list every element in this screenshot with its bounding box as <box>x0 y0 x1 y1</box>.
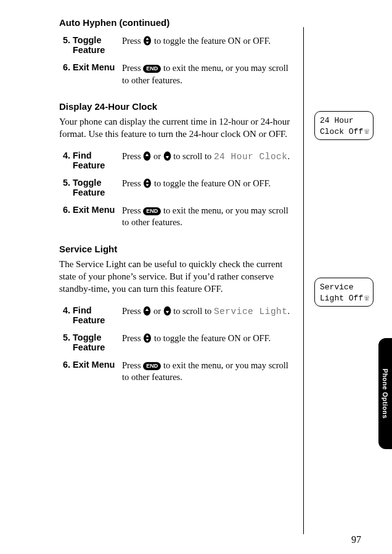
phone-screen-clock: 24 Hour Clock Off ☏ <box>314 111 374 140</box>
step-number: 6. <box>59 356 73 387</box>
end-key-icon: END <box>143 207 161 215</box>
step-number: 5. <box>59 174 73 201</box>
text: Press <box>122 360 143 370</box>
phone-screen-line: Clock Off ☏ <box>320 126 369 138</box>
step-label: Exit Menu <box>73 356 122 387</box>
phone-screen-line: 24 Hour <box>320 115 369 126</box>
step-label: Toggle Feature <box>73 174 122 201</box>
steps-table-service: 4. Find Feature Press or to scroll to Se… <box>59 302 300 387</box>
step-desc: Press to toggle the feature ON or OFF. <box>122 174 300 201</box>
end-key-icon: END <box>143 362 161 370</box>
phone-screen-line: Light Off ☏ <box>320 293 369 304</box>
text: to toggle the feature ON or OFF. <box>152 36 271 46</box>
svg-point-0 <box>144 36 151 46</box>
step-desc: Press END to exit the menu, or you may s… <box>122 59 300 90</box>
step-desc: Press END to exit the menu, or you may s… <box>122 201 300 233</box>
step-label: Exit Menu <box>73 201 122 233</box>
phone-screen-service: Service Light Off ☏ <box>314 278 374 307</box>
down-key-icon <box>163 306 171 320</box>
text: Press <box>122 63 143 73</box>
text: Press <box>122 205 143 215</box>
step-row: 6. Exit Menu Press END to exit the menu,… <box>59 356 300 387</box>
step-number: 4. <box>59 302 73 329</box>
text: Press <box>122 178 143 188</box>
step-number: 4. <box>59 147 73 174</box>
steps-table-clock: 4. Find Feature Press or to scroll to 24… <box>59 147 300 233</box>
text: or <box>151 306 163 316</box>
step-row: 6. Exit Menu Press END to exit the menu,… <box>59 59 300 90</box>
section-title-clock: Display 24-Hour Clock <box>59 101 300 112</box>
phone-icon: ☏ <box>364 293 369 304</box>
step-label: Find Feature <box>73 302 122 329</box>
text: or <box>151 151 163 161</box>
lcd-text: Service Light <box>214 307 288 316</box>
step-desc: Press END to exit the menu, or you may s… <box>122 356 300 387</box>
step-number: 5. <box>59 31 73 59</box>
scroll-key-icon <box>143 333 152 347</box>
end-key-icon: END <box>143 65 161 73</box>
section-intro-service: The Service Light can be useful to quick… <box>59 258 300 296</box>
manual-page: Auto Hyphen (continued) 5. Toggle Featur… <box>0 0 392 554</box>
step-desc: Press or to scroll to 24 Hour Clock. <box>122 147 300 174</box>
step-number: 5. <box>59 329 73 356</box>
text: . <box>288 151 290 161</box>
step-desc: Press to toggle the feature ON or OFF. <box>122 329 300 356</box>
phone-screen-text: Clock Off <box>320 126 363 138</box>
step-label: Exit Menu <box>73 59 122 90</box>
step-row: 4. Find Feature Press or to scroll to 24… <box>59 147 300 174</box>
phone-icon: ☏ <box>364 126 369 138</box>
section-title-auto-hyphen: Auto Hyphen (continued) <box>59 17 300 28</box>
text: to scroll to <box>171 151 214 161</box>
vertical-divider <box>303 27 304 534</box>
step-desc: Press or to scroll to Service Light. <box>122 302 300 329</box>
lcd-text: 24 Hour Clock <box>214 152 288 162</box>
section-title-service: Service Light <box>59 244 300 254</box>
thumb-tab-label: Phone Options <box>382 368 389 418</box>
svg-point-14 <box>144 333 151 342</box>
step-row: 6. Exit Menu Press END to exit the menu,… <box>59 201 300 233</box>
phone-screen-text: Light Off <box>320 293 363 304</box>
up-key-icon <box>143 151 151 165</box>
text: Press <box>122 151 143 161</box>
svg-point-7 <box>144 178 151 188</box>
thumb-tab: Phone Options <box>378 338 392 449</box>
step-label: Toggle Feature <box>73 31 122 59</box>
page-number: 97 <box>351 534 361 545</box>
text: Press <box>122 333 143 343</box>
scroll-key-icon <box>143 178 152 192</box>
text: to scroll to <box>171 306 214 316</box>
phone-screen-line: Service <box>320 282 369 293</box>
text: Press <box>122 306 143 316</box>
step-row: 4. Find Feature Press or to scroll to Se… <box>59 302 300 329</box>
step-label: Toggle Feature <box>73 329 122 356</box>
text: to toggle the feature ON or OFF. <box>152 178 271 188</box>
step-desc: Press to toggle the feature ON or OFF. <box>122 31 300 59</box>
step-row: 5. Toggle Feature Press to toggle the fe… <box>59 329 300 356</box>
step-row: 5. Toggle Feature Press to toggle the fe… <box>59 31 300 59</box>
text: . <box>288 306 290 316</box>
text: to toggle the feature ON or OFF. <box>152 333 271 343</box>
step-number: 6. <box>59 201 73 233</box>
step-row: 5. Toggle Feature Press to toggle the fe… <box>59 174 300 201</box>
main-content-column: Auto Hyphen (continued) 5. Toggle Featur… <box>59 17 300 399</box>
scroll-key-icon <box>143 36 152 49</box>
text: Press <box>122 36 143 46</box>
section-intro-clock: Your phone can display the current time … <box>59 115 300 141</box>
step-number: 6. <box>59 59 73 90</box>
step-label: Find Feature <box>73 147 122 174</box>
up-key-icon <box>143 306 151 320</box>
down-key-icon <box>163 151 171 165</box>
steps-table-auto-hyphen: 5. Toggle Feature Press to toggle the fe… <box>59 31 300 90</box>
